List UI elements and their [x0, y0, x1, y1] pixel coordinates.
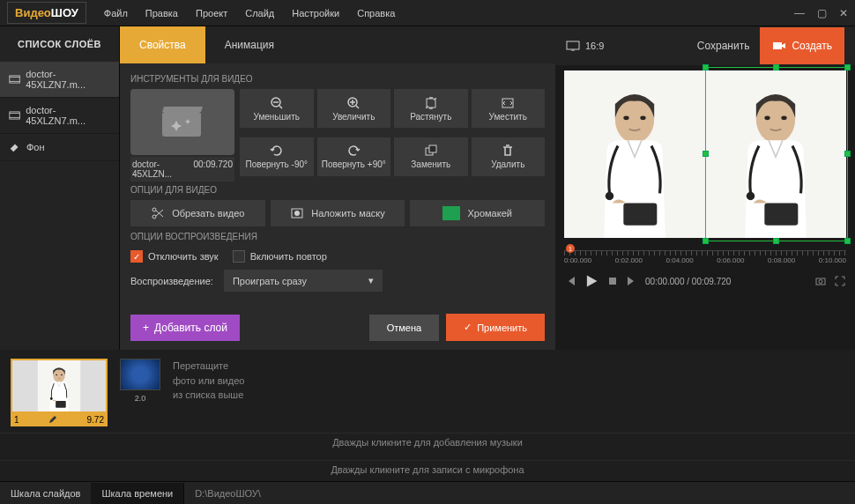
video-icon [9, 109, 20, 122]
fit-button[interactable]: Уместить [472, 89, 546, 128]
clip-thumbnail[interactable] [130, 89, 234, 155]
add-layer-button[interactable]: +Добавить слой [130, 315, 240, 341]
svg-rect-14 [429, 145, 436, 152]
menubar: ВидеоШОУ Файл Правка Проект Слайд Настро… [0, 0, 855, 26]
tab-time-scale[interactable]: Шкала времени [91, 483, 183, 504]
svg-point-16 [152, 215, 156, 219]
trash-icon [501, 144, 515, 158]
menu-edit[interactable]: Правка [137, 3, 187, 24]
svg-point-15 [152, 208, 156, 211]
crop-video-button[interactable]: Обрезать видео [130, 200, 265, 226]
aspect-ratio-button[interactable]: 16:9 [566, 41, 604, 51]
apply-button[interactable]: ✓Применить [446, 314, 545, 341]
layer-label: doctor-45XLZN7.m... [26, 69, 110, 90]
cancel-button[interactable]: Отмена [369, 315, 439, 341]
stretch-button[interactable]: Растянуть [394, 89, 468, 128]
record-mic-hint[interactable]: Дважды кликните для записи с микрофона [0, 460, 855, 478]
resize-handle[interactable] [773, 238, 779, 244]
resize-handle[interactable] [844, 64, 851, 70]
chroma-swatch-icon [442, 206, 460, 220]
layer-label: doctor-45XLZN7.m... [26, 105, 110, 126]
time-mark: 0:04.000 [666, 256, 694, 264]
selection-box[interactable] [705, 67, 848, 241]
chromakey-button[interactable]: Хромакей [410, 200, 545, 226]
next-button[interactable] [626, 275, 638, 287]
menu-settings[interactable]: Настройки [283, 3, 348, 24]
stretch-icon [424, 96, 438, 110]
slide-number: 1 [14, 415, 19, 425]
tab-slide-scale[interactable]: Шкала слайдов [0, 483, 91, 504]
layer-item-1[interactable]: doctor-45XLZN7.m... [0, 98, 119, 134]
checkbox-checked-icon: ✓ [130, 250, 143, 263]
playback-label: Воспроизведение: [130, 276, 213, 286]
svg-rect-12 [502, 99, 513, 107]
tab-animation[interactable]: Анимация [205, 26, 294, 63]
time-mark: 0:06.000 [717, 256, 744, 264]
save-button[interactable]: Сохранить [687, 27, 761, 64]
time-mark: 0:00.000 [564, 256, 591, 264]
stop-button[interactable] [606, 275, 619, 287]
close-icon[interactable]: ✕ [839, 7, 848, 19]
maximize-icon[interactable]: ▢ [817, 7, 827, 19]
plus-icon: + [143, 322, 149, 334]
add-music-hint[interactable]: Дважды кликните для добавления музыки [0, 433, 855, 451]
svg-point-18 [294, 211, 300, 216]
menu-file[interactable]: Файл [95, 3, 137, 24]
replace-button[interactable]: Заменить [394, 137, 468, 176]
drop-hint: Перетащитефото или видеоиз списка выше [173, 359, 244, 403]
clip-name: doctor-45XLZN... [132, 159, 194, 179]
bottom-panel: 1 9.72 2.0 Перетащитефото или видеоиз сп… [0, 350, 855, 504]
preview-canvas[interactable] [564, 70, 846, 238]
section-tools: ИНСТРУМЕНТЫ ДЛЯ ВИДЕО [130, 74, 545, 84]
rotate-left-button[interactable]: Повернуть -90° [240, 137, 314, 176]
mute-checkbox[interactable]: ✓Отключить звук [130, 250, 219, 263]
time-mark: 0:02.000 [615, 256, 643, 264]
time-position: 00:00.000 / 00:09.720 [645, 277, 731, 286]
resize-handle[interactable] [773, 64, 779, 70]
tab-properties[interactable]: Свойства [120, 26, 205, 63]
play-button[interactable] [584, 273, 599, 289]
svg-rect-19 [567, 41, 579, 49]
section-play-opts: ОПЦИИ ВОСПРОИЗВЕДЕНИЯ [130, 232, 545, 241]
menu-help[interactable]: Справка [348, 3, 404, 24]
resize-handle[interactable] [703, 238, 709, 244]
loop-checkbox[interactable]: Включить повтор [233, 250, 327, 263]
transition-thumb [120, 359, 160, 390]
delete-button[interactable]: Удалить [472, 137, 546, 176]
zoom-in-icon [346, 96, 361, 110]
snapshot-button[interactable] [814, 275, 827, 287]
resize-handle[interactable] [703, 64, 709, 70]
slide-duration: 9.72 [87, 415, 104, 425]
pencil-icon [48, 415, 57, 424]
app-logo: ВидеоШОУ [7, 2, 86, 24]
rotate-right-button[interactable]: Повернуть +90° [317, 137, 391, 176]
layer-item-bg[interactable]: Фон [0, 134, 119, 161]
resize-handle[interactable] [844, 238, 851, 244]
menu-project[interactable]: Проект [187, 3, 236, 24]
zoom-in-button[interactable]: Увеличить [317, 89, 391, 128]
prev-button[interactable] [564, 275, 576, 287]
resize-handle[interactable] [703, 151, 709, 157]
layer-label: Фон [26, 142, 45, 152]
minimize-icon[interactable]: — [794, 7, 805, 19]
rotate-left-icon [270, 144, 284, 158]
playback-select[interactable]: Проиграть сразу▾ [224, 270, 383, 292]
time-mark: 0:10.000 [819, 256, 846, 264]
slide-card[interactable]: 1 9.72 [11, 359, 108, 426]
create-button[interactable]: Создать [760, 27, 844, 64]
check-icon: ✓ [464, 322, 472, 333]
zoom-out-button[interactable]: Уменьшить [240, 89, 314, 128]
playhead[interactable]: 1 [566, 244, 575, 253]
resize-handle[interactable] [844, 151, 851, 157]
rotate-right-icon [346, 144, 361, 158]
preview-timeline[interactable]: 1 0:00.000 0:02.000 0:04.000 0:06.000 0:… [564, 250, 846, 264]
zoom-out-icon [270, 96, 284, 110]
clapper-sparkle-icon [160, 105, 204, 140]
fullscreen-button[interactable] [834, 275, 846, 287]
layers-sidebar: СПИСОК СЛОЁВ doctor-45XLZN7.m... doctor-… [0, 26, 120, 350]
menu-slide[interactable]: Слайд [236, 3, 283, 24]
preview-panel: 16:9 Сохранить Создать 1 0:00.000 0:02.0… [555, 26, 855, 350]
transition-card[interactable]: 2.0 [120, 359, 160, 403]
mask-button[interactable]: Наложить маску [271, 200, 405, 226]
layer-item-0[interactable]: doctor-45XLZN7.m... [0, 62, 119, 98]
